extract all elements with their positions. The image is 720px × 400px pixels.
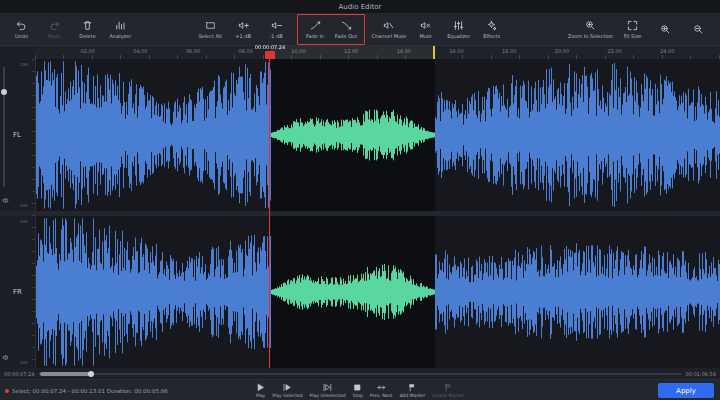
stop-label: Stop — [353, 393, 363, 398]
prev-next-label: Prev. Next — [370, 393, 393, 398]
ruler-mark: 16.00 — [449, 48, 463, 54]
play-unselected-button[interactable]: Play Unselected — [310, 383, 346, 398]
selection-end-marker[interactable] — [433, 46, 435, 59]
horizontal-scrollbar[interactable] — [38, 373, 681, 375]
channel-fr[interactable] — [36, 216, 720, 368]
select-all-button[interactable]: Select All — [195, 15, 226, 44]
analyzer-label: Analyzer — [110, 33, 132, 39]
undo-icon — [16, 20, 27, 31]
ruler-mark: 08.00 — [239, 48, 253, 54]
select-all-label: Select All — [198, 33, 221, 39]
redo-button[interactable]: Redo — [39, 15, 70, 44]
channel-label-fr: FR — [13, 288, 22, 296]
ruler-mark: 06.00 — [186, 48, 200, 54]
analyzer-button[interactable]: Analyzer — [105, 15, 136, 44]
mute-icon — [420, 20, 431, 31]
delete-marker-icon — [444, 383, 453, 392]
scale-label-bottom: 100 — [20, 203, 28, 208]
playhead-handle[interactable] — [265, 51, 275, 59]
redo-icon — [49, 20, 60, 31]
undo-label: Undo — [15, 33, 28, 39]
total-time: 00:01:06.59 — [686, 371, 716, 377]
fade-in-button[interactable]: Fade In — [300, 15, 331, 44]
apply-button[interactable]: Apply — [658, 383, 714, 398]
waveform-canvas-fl[interactable] — [36, 59, 720, 211]
playhead-line — [269, 51, 270, 368]
stop-icon — [353, 383, 362, 392]
scale-label-top: 100 — [20, 219, 28, 224]
selection-status: Select: 00:00:07.24 - 00:00:13.01 Durati… — [5, 388, 168, 394]
fit-size-icon — [627, 20, 638, 31]
fade-out-label: Fade Out — [335, 33, 357, 39]
fade-in-label: Fade In — [306, 33, 324, 39]
scale-label-bottom: 100 — [20, 360, 28, 365]
transport-controls: Play Play Selected Play Unselected Stop … — [256, 380, 464, 400]
play-button[interactable]: Play — [256, 383, 265, 398]
ruler-mark: 24.00 — [660, 48, 674, 54]
channel-gutter: 100 FL 100 100 FR 100 — [0, 59, 36, 368]
volume-plus-icon — [238, 20, 249, 31]
title-bar: Audio Editor — [0, 0, 720, 13]
channel-fl[interactable] — [36, 59, 720, 211]
delete-marker-button[interactable]: Delete Marker — [432, 383, 464, 398]
trash-icon — [82, 20, 93, 31]
channel-label-fl: FL — [13, 131, 21, 139]
undo-button[interactable]: Undo — [6, 15, 37, 44]
volume-down-button[interactable]: -1 dB — [261, 15, 292, 44]
volume-up-label: +1 dB — [235, 33, 251, 39]
zoom-out-button[interactable] — [683, 15, 714, 44]
volume-up-button[interactable]: +1 dB — [228, 15, 259, 44]
add-marker-label: Add Marker — [400, 393, 426, 398]
play-selected-button[interactable]: Play Selected — [272, 383, 302, 398]
equalizer-label: Equalizer — [447, 33, 470, 39]
fade-out-button[interactable]: Fade Out — [331, 15, 362, 44]
channels — [36, 59, 720, 368]
zoom-in-selection-label: Zoom In Selection — [568, 33, 613, 39]
effects-button[interactable]: Effects — [476, 15, 507, 44]
mute-button[interactable]: Mute — [410, 15, 441, 44]
bottom-bar: Select: 00:00:07.24 - 00:00:13.01 Durati… — [0, 379, 720, 400]
scrollbar-handle[interactable] — [40, 372, 92, 376]
analyzer-icon — [115, 20, 126, 31]
prev-next-icon — [377, 383, 386, 392]
toolbar: Undo Redo Delete Analyzer Select All +1 … — [0, 13, 720, 46]
fit-size-label: Fit Size — [624, 33, 642, 39]
zoom-in-selection-button[interactable]: Zoom In Selection — [566, 15, 615, 44]
stop-button[interactable]: Stop — [353, 383, 363, 398]
ruler-mark: 18.00 — [502, 48, 516, 54]
mute-label: Mute — [419, 33, 432, 39]
selection-status-text: Select: 00:00:07.24 - 00:00:13.01 Durati… — [12, 388, 168, 394]
scale-label-top: 100 — [20, 62, 28, 67]
fade-out-icon — [341, 20, 352, 31]
delete-button[interactable]: Delete — [72, 15, 103, 44]
channel-mute-icon — [383, 20, 394, 31]
prev-next-button[interactable]: Prev. Next — [370, 383, 393, 398]
play-selected-label: Play Selected — [272, 393, 302, 398]
speaker-icon-fl[interactable] — [2, 196, 11, 205]
ruler-mark: 04.00 — [133, 48, 147, 54]
delete-marker-label: Delete Marker — [432, 393, 464, 398]
gutter-channel-fr: 100 FR 100 — [0, 216, 35, 368]
redo-label: Redo — [48, 33, 61, 39]
effects-icon — [486, 20, 497, 31]
delete-label: Delete — [79, 33, 95, 39]
play-unselected-icon — [323, 383, 332, 392]
select-all-icon — [205, 20, 216, 31]
play-label: Play — [256, 393, 265, 398]
zoom-in-button[interactable] — [650, 15, 681, 44]
fade-in-icon — [310, 20, 321, 31]
equalizer-button[interactable]: Equalizer — [443, 15, 474, 44]
selection-status-dot — [5, 389, 9, 393]
speaker-icon-fr[interactable] — [2, 353, 11, 362]
channel-mute-button[interactable]: Channel Mute — [370, 15, 409, 44]
apply-label: Apply — [676, 387, 696, 395]
add-marker-button[interactable]: Add Marker — [400, 383, 426, 398]
fade-highlight-box: Fade In Fade Out — [297, 14, 365, 45]
playhead-time-label: 00:00:07.24 — [255, 44, 285, 50]
waveform-canvas-fr[interactable] — [36, 216, 720, 368]
fit-size-button[interactable]: Fit Size — [617, 15, 648, 44]
zoom-out-icon — [693, 24, 704, 35]
play-icon — [256, 383, 265, 392]
gutter-channel-fl: 100 FL 100 — [0, 59, 35, 211]
window-title: Audio Editor — [339, 3, 382, 11]
